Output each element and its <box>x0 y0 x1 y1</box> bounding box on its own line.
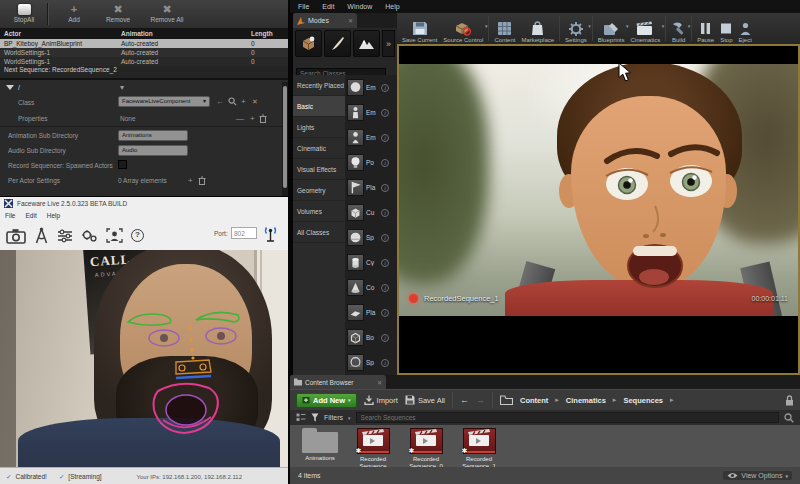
asset-sequence[interactable]: ✱ Recorded Sequence <box>351 428 395 467</box>
class-back-icon[interactable]: ← <box>216 97 224 106</box>
menu-edit[interactable]: Edit <box>25 212 36 219</box>
settings-button[interactable]: ▾ Settings <box>562 14 590 43</box>
table-row[interactable]: WorldSettings-1 Auto-created 0 <box>0 57 290 66</box>
class-add-icon[interactable]: + <box>241 97 246 106</box>
tuning-sliders-icon[interactable] <box>57 229 73 243</box>
info-icon[interactable]: i <box>381 234 389 242</box>
calibrate-compass-icon[interactable] <box>34 227 49 244</box>
eject-button[interactable]: Eject <box>736 14 755 43</box>
audio-dir-field[interactable]: Audio <box>118 145 188 156</box>
help-icon[interactable]: ? <box>131 229 144 242</box>
info-icon[interactable]: i <box>381 109 389 117</box>
add-new-button[interactable]: Add New ▾ <box>296 393 357 408</box>
view-options-button[interactable]: View Options ▾ <box>723 471 792 480</box>
placeable-item[interactable]: Po i <box>345 150 397 175</box>
properties-add-icon[interactable]: + <box>250 114 255 123</box>
info-icon[interactable]: i <box>381 159 389 167</box>
modes-tab[interactable]: Modes ✕ <box>293 13 357 28</box>
category-volumes[interactable]: Volumes <box>293 201 345 222</box>
marketplace-button[interactable]: Marketplace <box>518 14 557 43</box>
category-geometry[interactable]: Geometry <box>293 180 345 201</box>
properties-trash-icon[interactable] <box>259 114 267 123</box>
placeable-item[interactable]: Sp i <box>345 225 397 250</box>
placeable-item[interactable]: Bo i <box>345 325 397 350</box>
face-tracking-icon[interactable] <box>106 228 123 243</box>
stop-button[interactable]: Stop <box>717 14 735 43</box>
stop-all-button[interactable]: StopAll <box>2 2 46 23</box>
back-arrow[interactable]: ← <box>460 395 469 405</box>
blueprints-button[interactable]: ▾ Blueprints <box>595 14 628 43</box>
record-spawned-checkbox[interactable] <box>118 160 127 169</box>
remove-button[interactable]: ✖ Remove <box>96 2 140 23</box>
viewport[interactable]: RecordedSequence_1 00:00:01:11 <box>397 44 800 375</box>
paint-mode-button[interactable] <box>324 30 351 57</box>
build-button[interactable]: ▾ Build <box>668 14 689 43</box>
table-row[interactable]: WorldSettings-1 Auto-created 0 <box>0 48 290 57</box>
lock-icon[interactable] <box>785 395 794 406</box>
close-icon[interactable]: ✕ <box>348 17 353 24</box>
filters-funnel-icon[interactable] <box>311 413 319 422</box>
asset-folder[interactable]: Animations <box>298 428 342 467</box>
properties-minus-icon[interactable]: — <box>236 114 244 123</box>
asset-sequence[interactable]: ✱ Recorded Sequence_0 <box>404 428 448 467</box>
class-dropdown[interactable]: FacewareLiveComponent ▾ <box>118 96 210 107</box>
placeable-item[interactable]: Sp i <box>345 350 397 375</box>
streaming-antenna-icon[interactable] <box>262 226 279 242</box>
menu-window[interactable]: Window <box>347 3 372 10</box>
source-control-button[interactable]: ▾ Source Control <box>440 14 486 43</box>
breadcrumb-sequences[interactable]: Sequences <box>623 396 663 405</box>
info-icon[interactable]: i <box>381 84 389 92</box>
expand-triangle-icon[interactable] <box>6 85 14 90</box>
group-dropdown-icon[interactable]: ▾ <box>120 83 124 92</box>
category-recently-placed[interactable]: Recently Placed <box>293 75 345 96</box>
content-browser-tab[interactable]: Content Browser ✕ <box>290 375 386 389</box>
menu-file[interactable]: File <box>5 212 15 219</box>
animation-dir-field[interactable]: Animations <box>118 130 188 141</box>
details-scrollbar-thumb[interactable] <box>283 86 287 188</box>
info-icon[interactable]: i <box>381 209 389 217</box>
category-cinematic[interactable]: Cinematic <box>293 138 345 159</box>
info-icon[interactable]: i <box>381 284 389 292</box>
more-modes-chevron[interactable]: » <box>382 30 395 57</box>
breadcrumb-cinematics[interactable]: Cinematics <box>566 396 606 405</box>
placeable-item[interactable]: Pla i <box>345 300 397 325</box>
category-visual-effects[interactable]: Visual Effects <box>293 159 345 180</box>
menu-file[interactable]: File <box>298 3 309 10</box>
placeable-item[interactable]: Cy i <box>345 250 397 275</box>
import-button[interactable]: Import <box>364 395 398 405</box>
info-icon[interactable]: i <box>381 134 389 142</box>
asset-search-input[interactable] <box>356 412 779 423</box>
save-current-button[interactable]: Save Current <box>399 14 440 43</box>
close-icon[interactable]: ✕ <box>377 379 382 386</box>
info-icon[interactable]: i <box>381 184 389 192</box>
category-all-classes[interactable]: All Classes <box>293 222 345 243</box>
category-basic[interactable]: Basic <box>293 96 345 117</box>
add-button[interactable]: + Add <box>52 2 96 23</box>
place-mode-button[interactable] <box>295 30 322 57</box>
info-icon[interactable]: i <box>381 334 389 342</box>
placeable-item[interactable]: Em i <box>345 100 397 125</box>
info-icon[interactable]: i <box>381 309 389 317</box>
pause-button[interactable]: Pause <box>694 14 717 43</box>
class-clear-icon[interactable]: ✕ <box>252 97 258 106</box>
placeable-item[interactable]: Em i <box>345 75 397 100</box>
table-row[interactable]: BP_Kiteboy_AnimBlueprint Auto-created 0 <box>0 39 290 48</box>
content-button[interactable]: Content <box>491 14 518 43</box>
placeable-item[interactable]: Em i <box>345 125 397 150</box>
asset-sequence[interactable]: ✱ Recorded Sequence_1 <box>457 428 501 467</box>
per-actor-trash-icon[interactable] <box>198 176 206 185</box>
view-settings-icon[interactable] <box>296 413 306 422</box>
menu-edit[interactable]: Edit <box>322 3 334 10</box>
cinematics-button[interactable]: ▾ Cinematics <box>627 14 663 43</box>
save-all-button[interactable]: Save All <box>405 395 445 405</box>
remove-all-button[interactable]: ✖ Remove All <box>140 2 194 23</box>
menu-help[interactable]: Help <box>47 212 60 219</box>
filters-label[interactable]: Filters <box>324 414 343 421</box>
info-icon[interactable]: i <box>381 259 389 267</box>
gears-icon[interactable] <box>81 228 98 243</box>
placeable-item[interactable]: Pla i <box>345 175 397 200</box>
info-icon[interactable]: i <box>381 359 389 367</box>
class-browse-icon[interactable] <box>228 97 237 106</box>
placeable-item[interactable]: Co i <box>345 275 397 300</box>
placeable-item[interactable]: Cu i <box>345 200 397 225</box>
